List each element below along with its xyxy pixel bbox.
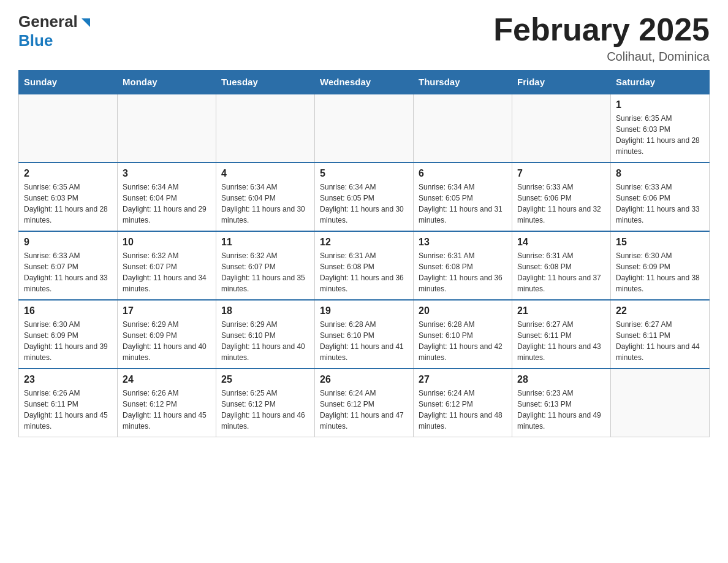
day-number: 11 (221, 237, 309, 248)
day-info: Sunrise: 6:25 AM Sunset: 6:12 PM Dayligh… (221, 388, 309, 432)
calendar-cell: 6Sunrise: 6:34 AM Sunset: 6:05 PM Daylig… (414, 163, 512, 231)
day-info: Sunrise: 6:34 AM Sunset: 6:05 PM Dayligh… (419, 182, 507, 226)
weekday-header-friday: Friday (512, 71, 611, 94)
calendar-cell: 23Sunrise: 6:26 AM Sunset: 6:11 PM Dayli… (19, 369, 118, 437)
day-info: Sunrise: 6:32 AM Sunset: 6:07 PM Dayligh… (221, 250, 309, 294)
calendar-week-row: 2Sunrise: 6:35 AM Sunset: 6:03 PM Daylig… (19, 163, 710, 231)
day-info: Sunrise: 6:34 AM Sunset: 6:04 PM Dayligh… (123, 182, 211, 226)
calendar-cell: 19Sunrise: 6:28 AM Sunset: 6:10 PM Dayli… (315, 300, 414, 369)
svg-marker-0 (82, 18, 90, 27)
day-number: 21 (517, 305, 605, 316)
day-info: Sunrise: 6:28 AM Sunset: 6:10 PM Dayligh… (320, 319, 408, 363)
calendar-cell: 2Sunrise: 6:35 AM Sunset: 6:03 PM Daylig… (19, 163, 118, 231)
day-info: Sunrise: 6:24 AM Sunset: 6:12 PM Dayligh… (419, 388, 507, 432)
day-info: Sunrise: 6:33 AM Sunset: 6:06 PM Dayligh… (616, 182, 704, 226)
day-info: Sunrise: 6:32 AM Sunset: 6:07 PM Dayligh… (123, 250, 211, 294)
day-number: 12 (320, 237, 408, 248)
logo-blue: Blue (18, 31, 53, 50)
calendar-cell: 17Sunrise: 6:29 AM Sunset: 6:09 PM Dayli… (118, 300, 216, 369)
day-info: Sunrise: 6:29 AM Sunset: 6:09 PM Dayligh… (123, 319, 211, 363)
calendar-cell: 7Sunrise: 6:33 AM Sunset: 6:06 PM Daylig… (512, 163, 611, 231)
calendar-header-row: SundayMondayTuesdayWednesdayThursdayFrid… (19, 71, 710, 94)
calendar-cell: 15Sunrise: 6:30 AM Sunset: 6:09 PM Dayli… (611, 231, 710, 300)
logo-text: General Blue (18, 12, 93, 50)
day-number: 9 (24, 237, 112, 248)
calendar-week-row: 16Sunrise: 6:30 AM Sunset: 6:09 PM Dayli… (19, 300, 710, 369)
day-number: 19 (320, 305, 408, 316)
day-info: Sunrise: 6:27 AM Sunset: 6:11 PM Dayligh… (616, 319, 704, 363)
calendar-cell: 28Sunrise: 6:23 AM Sunset: 6:13 PM Dayli… (512, 369, 611, 437)
day-info: Sunrise: 6:26 AM Sunset: 6:12 PM Dayligh… (123, 388, 211, 432)
calendar-cell (19, 94, 118, 163)
calendar-cell: 3Sunrise: 6:34 AM Sunset: 6:04 PM Daylig… (118, 163, 216, 231)
calendar-table: SundayMondayTuesdayWednesdayThursdayFrid… (18, 70, 710, 437)
day-number: 1 (616, 99, 704, 110)
calendar-cell: 5Sunrise: 6:34 AM Sunset: 6:05 PM Daylig… (315, 163, 414, 231)
calendar-cell: 4Sunrise: 6:34 AM Sunset: 6:04 PM Daylig… (216, 163, 315, 231)
day-info: Sunrise: 6:31 AM Sunset: 6:08 PM Dayligh… (320, 250, 408, 294)
calendar-cell (414, 94, 512, 163)
day-info: Sunrise: 6:33 AM Sunset: 6:06 PM Dayligh… (517, 182, 605, 226)
weekday-header-saturday: Saturday (611, 71, 710, 94)
calendar-cell: 20Sunrise: 6:28 AM Sunset: 6:10 PM Dayli… (414, 300, 512, 369)
calendar-cell: 14Sunrise: 6:31 AM Sunset: 6:08 PM Dayli… (512, 231, 611, 300)
calendar-cell: 10Sunrise: 6:32 AM Sunset: 6:07 PM Dayli… (118, 231, 216, 300)
calendar-cell: 21Sunrise: 6:27 AM Sunset: 6:11 PM Dayli… (512, 300, 611, 369)
calendar-cell: 24Sunrise: 6:26 AM Sunset: 6:12 PM Dayli… (118, 369, 216, 437)
calendar-cell: 27Sunrise: 6:24 AM Sunset: 6:12 PM Dayli… (414, 369, 512, 437)
day-number: 10 (123, 237, 211, 248)
day-info: Sunrise: 6:28 AM Sunset: 6:10 PM Dayligh… (419, 319, 507, 363)
page-header: General Blue February 2025 Colihaut, Dom… (18, 12, 710, 64)
day-number: 20 (419, 305, 507, 316)
day-number: 4 (221, 168, 309, 179)
day-number: 25 (221, 374, 309, 385)
day-info: Sunrise: 6:27 AM Sunset: 6:11 PM Dayligh… (517, 319, 605, 363)
calendar-cell: 11Sunrise: 6:32 AM Sunset: 6:07 PM Dayli… (216, 231, 315, 300)
day-info: Sunrise: 6:30 AM Sunset: 6:09 PM Dayligh… (616, 250, 704, 294)
calendar-week-row: 1Sunrise: 6:35 AM Sunset: 6:03 PM Daylig… (19, 94, 710, 163)
calendar-cell: 8Sunrise: 6:33 AM Sunset: 6:06 PM Daylig… (611, 163, 710, 231)
day-info: Sunrise: 6:31 AM Sunset: 6:08 PM Dayligh… (517, 250, 605, 294)
weekday-header-sunday: Sunday (19, 71, 118, 94)
weekday-header-wednesday: Wednesday (315, 71, 414, 94)
logo-general: General (18, 12, 78, 31)
calendar-cell: 18Sunrise: 6:29 AM Sunset: 6:10 PM Dayli… (216, 300, 315, 369)
day-number: 3 (123, 168, 211, 179)
day-number: 15 (616, 237, 704, 248)
calendar-cell: 16Sunrise: 6:30 AM Sunset: 6:09 PM Dayli… (19, 300, 118, 369)
calendar-cell: 12Sunrise: 6:31 AM Sunset: 6:08 PM Dayli… (315, 231, 414, 300)
day-number: 5 (320, 168, 408, 179)
weekday-header-monday: Monday (118, 71, 216, 94)
logo-triangle-icon (79, 16, 93, 29)
calendar-cell (315, 94, 414, 163)
calendar-cell (216, 94, 315, 163)
day-info: Sunrise: 6:31 AM Sunset: 6:08 PM Dayligh… (419, 250, 507, 294)
day-number: 23 (24, 374, 112, 385)
calendar-cell: 13Sunrise: 6:31 AM Sunset: 6:08 PM Dayli… (414, 231, 512, 300)
day-info: Sunrise: 6:30 AM Sunset: 6:09 PM Dayligh… (24, 319, 112, 363)
day-number: 8 (616, 168, 704, 179)
day-number: 27 (419, 374, 507, 385)
day-number: 13 (419, 237, 507, 248)
calendar-cell (512, 94, 611, 163)
day-number: 18 (221, 305, 309, 316)
day-info: Sunrise: 6:29 AM Sunset: 6:10 PM Dayligh… (221, 319, 309, 363)
day-info: Sunrise: 6:23 AM Sunset: 6:13 PM Dayligh… (517, 388, 605, 432)
calendar-week-row: 9Sunrise: 6:33 AM Sunset: 6:07 PM Daylig… (19, 231, 710, 300)
day-info: Sunrise: 6:33 AM Sunset: 6:07 PM Dayligh… (24, 250, 112, 294)
day-info: Sunrise: 6:35 AM Sunset: 6:03 PM Dayligh… (24, 182, 112, 226)
day-number: 16 (24, 305, 112, 316)
calendar-cell: 22Sunrise: 6:27 AM Sunset: 6:11 PM Dayli… (611, 300, 710, 369)
day-info: Sunrise: 6:24 AM Sunset: 6:12 PM Dayligh… (320, 388, 408, 432)
calendar-cell: 26Sunrise: 6:24 AM Sunset: 6:12 PM Dayli… (315, 369, 414, 437)
day-number: 26 (320, 374, 408, 385)
day-info: Sunrise: 6:26 AM Sunset: 6:11 PM Dayligh… (24, 388, 112, 432)
day-info: Sunrise: 6:34 AM Sunset: 6:04 PM Dayligh… (221, 182, 309, 226)
day-number: 2 (24, 168, 112, 179)
calendar-cell: 1Sunrise: 6:35 AM Sunset: 6:03 PM Daylig… (611, 94, 710, 163)
day-number: 7 (517, 168, 605, 179)
weekday-header-tuesday: Tuesday (216, 71, 315, 94)
calendar-week-row: 23Sunrise: 6:26 AM Sunset: 6:11 PM Dayli… (19, 369, 710, 437)
title-block: February 2025 Colihaut, Dominica (493, 12, 710, 64)
day-number: 17 (123, 305, 211, 316)
